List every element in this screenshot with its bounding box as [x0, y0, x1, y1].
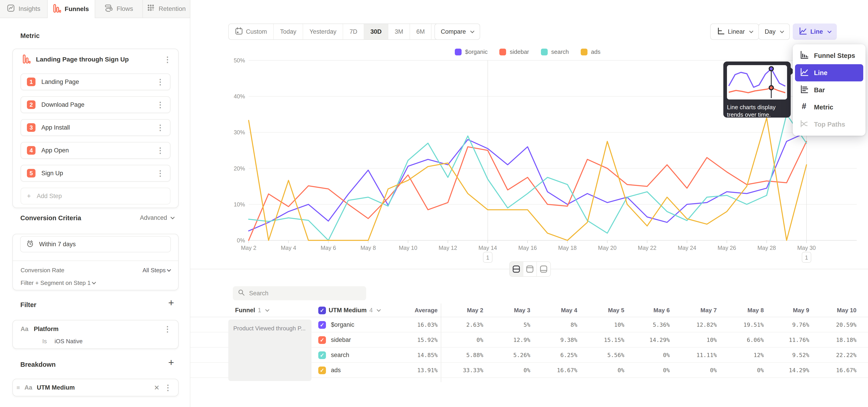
scale-button[interactable]: Linear — [710, 24, 759, 40]
segment-name-cell: ✓ sidebar — [318, 333, 351, 347]
add-breakdown-button[interactable]: + — [168, 359, 174, 366]
range-label: Custom — [246, 28, 267, 35]
column-header-may-6[interactable]: May 6 — [627, 304, 670, 317]
plus-icon: + — [27, 192, 31, 200]
chevron-down-icon — [780, 29, 784, 33]
segment-checkbox[interactable]: ✓ — [318, 336, 326, 344]
menu-item-bar[interactable]: Bar — [795, 82, 863, 99]
filter-property-name[interactable]: Platform — [34, 325, 158, 333]
filter-segment-dropdown[interactable]: Filter + Segment on Step 1 — [21, 279, 95, 286]
step-kebab-icon[interactable]: ⋮ — [156, 78, 164, 86]
svg-text:May 24: May 24 — [678, 245, 696, 251]
funnel-kebab-icon[interactable]: ⋮ — [164, 56, 171, 63]
conversion-criteria-card: Within 7 days Conversion Rate All Steps … — [12, 234, 179, 290]
segment-checkbox[interactable]: ✓ — [318, 351, 326, 359]
funnel-col-label: Funnel — [235, 307, 255, 314]
chart-only-view-button[interactable] — [523, 262, 537, 276]
chevron-down-icon — [749, 29, 753, 33]
line-icon — [800, 68, 809, 78]
chevron-down-icon — [265, 308, 269, 312]
column-header-average[interactable]: Average — [395, 304, 438, 317]
segment-label: search — [331, 352, 349, 358]
chart-type-button[interactable]: Line — [793, 24, 837, 40]
split-view-button[interactable] — [510, 262, 523, 276]
funnel-step-row[interactable]: 5 Sign Up ⋮ — [21, 165, 170, 182]
value-cell: 0% — [581, 363, 624, 378]
tab-flows[interactable]: Flows — [95, 0, 143, 18]
breakdown-column-header[interactable]: ✓ UTM Medium 4 — [318, 304, 380, 317]
column-header-may-7[interactable]: May 7 — [674, 304, 717, 317]
value-cell: 10% — [674, 333, 717, 347]
breakdown-kebab-icon[interactable]: ⋮ — [164, 384, 172, 392]
conversion-window-row[interactable]: Within 7 days — [20, 236, 171, 252]
filter-operator[interactable]: Is — [42, 338, 47, 345]
range-30d-button[interactable]: 30D — [364, 24, 389, 39]
svg-text:May 14: May 14 — [478, 245, 497, 251]
column-header-may-3[interactable]: May 3 — [487, 304, 530, 317]
filter-kebab-icon[interactable]: ⋮ — [164, 325, 171, 333]
table-only-view-button[interactable] — [537, 262, 550, 276]
segment-label: ads — [331, 367, 341, 374]
column-header-may-2[interactable]: May 2 — [440, 304, 483, 317]
range-label: Today — [280, 28, 296, 35]
value-cell: 14.29% — [627, 333, 670, 347]
table-search-input[interactable]: Search — [233, 286, 366, 300]
value-cell: 5% — [487, 317, 530, 333]
conversion-rate-dropdown[interactable]: All Steps — [143, 267, 170, 274]
breakdown-property-name[interactable]: UTM Medium — [37, 384, 149, 391]
range-6m-button[interactable]: 6M — [410, 24, 432, 39]
tab-funnels[interactable]: Funnels — [48, 0, 95, 18]
range-today-button[interactable]: Today — [274, 24, 303, 39]
drag-handle-icon[interactable]: ≡ — [17, 384, 20, 391]
add-filter-button[interactable]: + — [168, 300, 174, 306]
step-number-badge: 2 — [27, 100, 35, 109]
interval-button[interactable]: Day — [758, 24, 790, 40]
funnel-step-row[interactable]: 4 App Open ⋮ — [21, 142, 170, 159]
compare-button[interactable]: Compare — [434, 24, 480, 40]
tab-insights[interactable]: Insights — [0, 0, 48, 18]
select-all-checkbox[interactable]: ✓ — [318, 307, 326, 314]
svg-text:1: 1 — [486, 254, 489, 261]
column-header-may-8[interactable]: May 8 — [721, 304, 764, 317]
segment-name-cell: ✓ ads — [318, 363, 341, 378]
range-label: 7D — [349, 28, 358, 35]
step-kebab-icon[interactable]: ⋮ — [156, 147, 164, 154]
table-row[interactable]: ✓ $organic16.03%2.63%5%8%10%5.36%12.82%1… — [190, 317, 868, 333]
funnel-step-row[interactable]: 1 Landing Page ⋮ — [21, 73, 170, 90]
menu-item-metric[interactable]: # Metric — [795, 99, 863, 116]
svg-text:May 22: May 22 — [638, 245, 656, 251]
table-row[interactable]: ✓ search14.85%5.88%5.26%6.25%5.56%0%11.1… — [190, 347, 868, 363]
range-custom-button[interactable]: Custom — [229, 24, 274, 39]
svg-text:50%: 50% — [234, 57, 245, 64]
range-yesterday-button[interactable]: Yesterday — [303, 24, 343, 39]
funnel-step-row[interactable]: 2 Download Page ⋮ — [21, 96, 170, 113]
remove-breakdown-icon[interactable]: ✕ — [154, 384, 160, 392]
funnel-column-header[interactable]: Funnel 1 — [235, 304, 269, 317]
conversion-rate-label: Conversion Rate — [21, 267, 64, 274]
funnel-step-row[interactable]: 3 App Install ⋮ — [21, 119, 170, 136]
column-header-may-4[interactable]: May 4 — [534, 304, 577, 317]
segment-checkbox[interactable]: ✓ — [318, 321, 326, 329]
column-header-may-5[interactable]: May 5 — [581, 304, 624, 317]
range-7d-button[interactable]: 7D — [343, 24, 364, 39]
menu-item-line[interactable]: Line — [795, 64, 863, 82]
value-cell: 12.9% — [487, 333, 530, 347]
advanced-dropdown[interactable]: Advanced — [140, 214, 174, 221]
tab-retention[interactable]: Retention — [143, 0, 191, 18]
add-step-button[interactable]: + Add Step — [21, 188, 170, 205]
step-kebab-icon[interactable]: ⋮ — [156, 101, 164, 108]
filter-value[interactable]: iOS Native — [55, 338, 83, 345]
menu-item-funnel-steps[interactable]: Funnel Steps — [795, 47, 863, 64]
range-3m-button[interactable]: 3M — [388, 24, 410, 39]
step-kebab-icon[interactable]: ⋮ — [156, 124, 164, 131]
flows-icon — [104, 4, 113, 14]
table-row[interactable]: ✓ ads13.91%33.33%0%16.67%0%0%0%0%14.29%1… — [190, 363, 868, 378]
table-row[interactable]: ✓ sidebar15.92%0%12.9%9.38%15.15%14.29%1… — [190, 333, 868, 347]
svg-text:May 8: May 8 — [361, 245, 376, 251]
column-header-may-9[interactable]: May 9 — [766, 304, 809, 317]
step-kebab-icon[interactable]: ⋮ — [156, 169, 164, 177]
step-label: App Open — [41, 147, 151, 154]
step-number-badge: 1 — [27, 77, 35, 86]
column-header-may-10[interactable]: May 10 — [813, 304, 857, 317]
segment-checkbox[interactable]: ✓ — [318, 367, 326, 374]
